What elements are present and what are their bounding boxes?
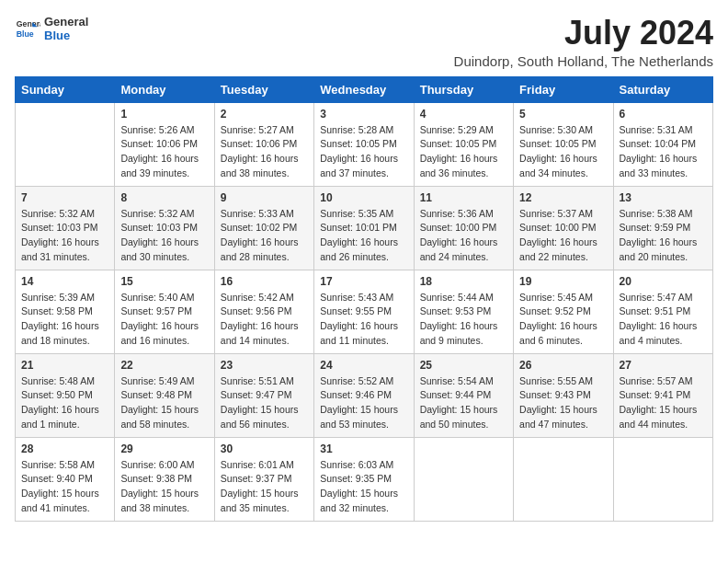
header-thursday: Thursday: [414, 76, 513, 102]
calendar-cell: 23Sunrise: 5:51 AM Sunset: 9:47 PM Dayli…: [214, 353, 313, 437]
calendar-cell: 12Sunrise: 5:37 AM Sunset: 10:00 PM Dayl…: [514, 186, 613, 270]
logo-blue-text: Blue: [44, 29, 88, 42]
day-info: Sunrise: 5:36 AM Sunset: 10:00 PM Daylig…: [420, 207, 507, 265]
calendar-cell: 30Sunrise: 6:01 AM Sunset: 9:37 PM Dayli…: [214, 437, 313, 521]
day-info: Sunrise: 5:40 AM Sunset: 9:57 PM Dayligh…: [120, 291, 208, 349]
header-monday: Monday: [115, 76, 214, 102]
day-info: Sunrise: 5:43 AM Sunset: 9:55 PM Dayligh…: [320, 291, 407, 349]
calendar-cell: 24Sunrise: 5:52 AM Sunset: 9:46 PM Dayli…: [314, 353, 414, 437]
day-number: 15: [120, 275, 208, 288]
calendar-cell: 11Sunrise: 5:36 AM Sunset: 10:00 PM Dayl…: [414, 186, 513, 270]
day-info: Sunrise: 5:54 AM Sunset: 9:44 PM Dayligh…: [420, 374, 507, 432]
location-title: Duindorp, South Holland, The Netherlands: [454, 53, 713, 69]
day-number: 12: [519, 191, 607, 204]
day-number: 26: [519, 359, 607, 372]
day-number: 25: [420, 359, 507, 372]
day-info: Sunrise: 5:26 AM Sunset: 10:06 PM Daylig…: [120, 123, 208, 181]
calendar-cell: 14Sunrise: 5:39 AM Sunset: 9:58 PM Dayli…: [16, 270, 115, 353]
calendar-cell: 6Sunrise: 5:31 AM Sunset: 10:04 PM Dayli…: [613, 102, 712, 186]
day-number: 10: [320, 191, 407, 204]
calendar-cell: 25Sunrise: 5:54 AM Sunset: 9:44 PM Dayli…: [414, 353, 513, 437]
logo-general-text: General: [44, 15, 88, 29]
calendar-table: SundayMondayTuesdayWednesdayThursdayFrid…: [15, 76, 713, 522]
calendar-cell: [613, 437, 712, 521]
day-info: Sunrise: 5:38 AM Sunset: 9:59 PM Dayligh…: [620, 207, 707, 265]
calendar-header-row: SundayMondayTuesdayWednesdayThursdayFrid…: [16, 76, 713, 102]
calendar-cell: 29Sunrise: 6:00 AM Sunset: 9:38 PM Dayli…: [115, 437, 214, 521]
day-info: Sunrise: 5:33 AM Sunset: 10:02 PM Daylig…: [221, 207, 308, 265]
calendar-cell: 31Sunrise: 6:03 AM Sunset: 9:35 PM Dayli…: [314, 437, 414, 521]
day-number: 3: [320, 108, 407, 121]
calendar-cell: 10Sunrise: 5:35 AM Sunset: 10:01 PM Dayl…: [314, 186, 414, 270]
day-number: 1: [120, 108, 208, 121]
title-block: July 2024 Duindorp, South Holland, The N…: [454, 15, 713, 69]
day-number: 28: [21, 442, 108, 455]
day-number: 24: [320, 359, 407, 372]
svg-text:Blue: Blue: [17, 29, 34, 39]
calendar-cell: 13Sunrise: 5:38 AM Sunset: 9:59 PM Dayli…: [613, 186, 712, 270]
header-saturday: Saturday: [613, 76, 712, 102]
calendar-week-row: 21Sunrise: 5:48 AM Sunset: 9:50 PM Dayli…: [16, 353, 713, 437]
day-info: Sunrise: 5:32 AM Sunset: 10:03 PM Daylig…: [120, 207, 208, 265]
day-number: 27: [620, 359, 707, 372]
day-info: Sunrise: 6:03 AM Sunset: 9:35 PM Dayligh…: [320, 458, 407, 516]
day-number: 5: [519, 108, 607, 121]
calendar-cell: 7Sunrise: 5:32 AM Sunset: 10:03 PM Dayli…: [16, 186, 115, 270]
calendar-cell: 17Sunrise: 5:43 AM Sunset: 9:55 PM Dayli…: [314, 270, 414, 353]
day-info: Sunrise: 5:51 AM Sunset: 9:47 PM Dayligh…: [221, 374, 308, 432]
calendar-cell: 28Sunrise: 5:58 AM Sunset: 9:40 PM Dayli…: [16, 437, 115, 521]
day-info: Sunrise: 5:49 AM Sunset: 9:48 PM Dayligh…: [120, 374, 208, 432]
day-number: 16: [221, 275, 308, 288]
day-number: 31: [320, 442, 407, 455]
day-number: 17: [320, 275, 407, 288]
day-info: Sunrise: 5:37 AM Sunset: 10:00 PM Daylig…: [519, 207, 607, 265]
calendar-week-row: 28Sunrise: 5:58 AM Sunset: 9:40 PM Dayli…: [16, 437, 713, 521]
day-number: 14: [21, 275, 108, 288]
calendar-cell: 16Sunrise: 5:42 AM Sunset: 9:56 PM Dayli…: [214, 270, 313, 353]
logo-icon: General Blue: [15, 16, 40, 41]
calendar-cell: 19Sunrise: 5:45 AM Sunset: 9:52 PM Dayli…: [514, 270, 613, 353]
calendar-cell: 18Sunrise: 5:44 AM Sunset: 9:53 PM Dayli…: [414, 270, 513, 353]
calendar-cell: 4Sunrise: 5:29 AM Sunset: 10:05 PM Dayli…: [414, 102, 513, 186]
day-number: 30: [221, 442, 308, 455]
day-info: Sunrise: 5:31 AM Sunset: 10:04 PM Daylig…: [620, 123, 707, 181]
day-number: 21: [21, 359, 108, 372]
logo: General Blue General Blue: [15, 15, 88, 42]
day-info: Sunrise: 5:27 AM Sunset: 10:06 PM Daylig…: [221, 123, 308, 181]
day-number: 19: [519, 275, 607, 288]
day-info: Sunrise: 5:45 AM Sunset: 9:52 PM Dayligh…: [519, 291, 607, 349]
calendar-cell: 20Sunrise: 5:47 AM Sunset: 9:51 PM Dayli…: [613, 270, 712, 353]
calendar-cell: 27Sunrise: 5:57 AM Sunset: 9:41 PM Dayli…: [613, 353, 712, 437]
day-number: 7: [21, 191, 108, 204]
header: General Blue General Blue July 2024 Duin…: [15, 15, 713, 69]
day-info: Sunrise: 5:32 AM Sunset: 10:03 PM Daylig…: [21, 207, 108, 265]
day-info: Sunrise: 5:47 AM Sunset: 9:51 PM Dayligh…: [620, 291, 707, 349]
day-number: 20: [620, 275, 707, 288]
calendar-cell: [514, 437, 613, 521]
day-info: Sunrise: 5:35 AM Sunset: 10:01 PM Daylig…: [320, 207, 407, 265]
header-wednesday: Wednesday: [314, 76, 414, 102]
day-number: 18: [420, 275, 507, 288]
day-info: Sunrise: 5:28 AM Sunset: 10:05 PM Daylig…: [320, 123, 407, 181]
calendar-cell: 21Sunrise: 5:48 AM Sunset: 9:50 PM Dayli…: [16, 353, 115, 437]
day-info: Sunrise: 5:48 AM Sunset: 9:50 PM Dayligh…: [21, 374, 108, 432]
day-info: Sunrise: 5:39 AM Sunset: 9:58 PM Dayligh…: [21, 291, 108, 349]
calendar-cell: 26Sunrise: 5:55 AM Sunset: 9:43 PM Dayli…: [514, 353, 613, 437]
month-title: July 2024: [454, 15, 713, 52]
calendar-week-row: 1Sunrise: 5:26 AM Sunset: 10:06 PM Dayli…: [16, 102, 713, 186]
calendar-cell: 1Sunrise: 5:26 AM Sunset: 10:06 PM Dayli…: [115, 102, 214, 186]
header-tuesday: Tuesday: [214, 76, 313, 102]
calendar-cell: 15Sunrise: 5:40 AM Sunset: 9:57 PM Dayli…: [115, 270, 214, 353]
day-number: 22: [120, 359, 208, 372]
calendar-cell: 9Sunrise: 5:33 AM Sunset: 10:02 PM Dayli…: [214, 186, 313, 270]
day-info: Sunrise: 5:55 AM Sunset: 9:43 PM Dayligh…: [519, 374, 607, 432]
day-number: 2: [221, 108, 308, 121]
day-number: 9: [221, 191, 308, 204]
day-number: 29: [120, 442, 208, 455]
day-info: Sunrise: 6:00 AM Sunset: 9:38 PM Dayligh…: [120, 458, 208, 516]
day-number: 4: [420, 108, 507, 121]
calendar-cell: [414, 437, 513, 521]
day-info: Sunrise: 6:01 AM Sunset: 9:37 PM Dayligh…: [221, 458, 308, 516]
day-number: 6: [620, 108, 707, 121]
day-info: Sunrise: 5:42 AM Sunset: 9:56 PM Dayligh…: [221, 291, 308, 349]
